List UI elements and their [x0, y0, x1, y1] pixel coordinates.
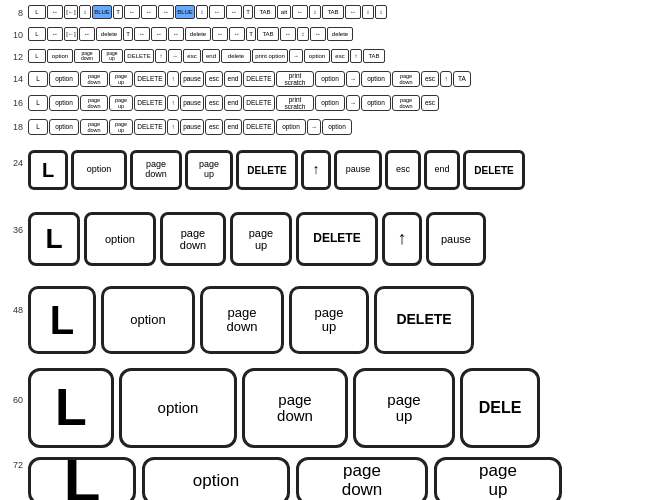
key-r8-5[interactable]: ↔ — [141, 5, 157, 19]
key-r18-pgup[interactable]: pageup — [109, 119, 133, 135]
key-r48-option[interactable]: option — [101, 286, 195, 354]
key-r14-up1[interactable]: ↑ — [167, 71, 179, 87]
key-r8-2[interactable]: [←] — [64, 5, 78, 19]
key-r36-del[interactable]: DELETE — [296, 212, 378, 266]
key-r8-3[interactable]: ↕ — [79, 5, 91, 19]
key-r14-print[interactable]: print scratch — [276, 71, 314, 87]
key-r14-pgdn2[interactable]: pagedown — [392, 71, 420, 87]
key-r18-up[interactable]: ↑ — [167, 119, 179, 135]
key-r10-del2[interactable]: delete — [185, 27, 211, 41]
key-r16-end[interactable]: end — [224, 95, 242, 111]
key-r14-up2[interactable]: ↑ — [440, 71, 452, 87]
key-r10-7[interactable]: ↔ — [212, 27, 228, 41]
key-r10-tab[interactable]: TAB — [257, 27, 279, 41]
key-r14-esc2[interactable]: esc — [421, 71, 439, 87]
key-r16-esc2[interactable]: esc — [421, 95, 439, 111]
key-r36-option[interactable]: option — [84, 212, 156, 266]
key-L-r36[interactable]: L — [28, 212, 80, 266]
key-r10-t2[interactable]: T — [246, 27, 256, 41]
key-r14-option1[interactable]: option — [49, 71, 79, 87]
key-r60-option[interactable]: option — [119, 368, 237, 448]
key-r14-arr[interactable]: → — [346, 71, 360, 87]
key-r60-pgup[interactable]: pageup — [353, 368, 455, 448]
key-r8-blue1[interactable]: BLUE — [92, 5, 112, 19]
key-r8-tab2[interactable]: TAB — [322, 5, 344, 19]
key-r14-pause1[interactable]: pause — [180, 71, 204, 87]
key-r10-9[interactable]: ↔ — [280, 27, 296, 41]
key-r8-7[interactable]: ↕ — [196, 5, 208, 19]
key-r16-option2[interactable]: option — [315, 95, 345, 111]
key-r16-pgup[interactable]: pageup — [109, 95, 133, 111]
key-r8-alt[interactable]: alt — [277, 5, 291, 19]
key-L-r10[interactable]: L — [28, 27, 46, 41]
key-r14-pgup1[interactable]: pageup — [109, 71, 133, 87]
key-r36-pgdn[interactable]: pagedown — [160, 212, 226, 266]
key-r24-end[interactable]: end — [424, 150, 460, 190]
key-r24-option[interactable]: option — [71, 150, 127, 190]
key-r16-pause[interactable]: pause — [180, 95, 204, 111]
key-r8-t2[interactable]: T — [243, 5, 253, 19]
key-r18-option1[interactable]: option — [49, 119, 79, 135]
key-r14-del1[interactable]: DELETE — [134, 71, 166, 87]
key-r24-pgdn[interactable]: pagedown — [130, 150, 182, 190]
key-r12-end1[interactable]: end — [202, 49, 220, 63]
key-r24-del2[interactable]: DELETE — [463, 150, 525, 190]
key-r8-8[interactable]: ↔ — [209, 5, 225, 19]
key-r10-4[interactable]: ↔ — [134, 27, 150, 41]
key-r8-tab1[interactable]: TAB — [254, 5, 276, 19]
key-L-r12[interactable]: L — [28, 49, 46, 63]
key-r18-pgdn[interactable]: pagedown — [80, 119, 108, 135]
key-r12-option1[interactable]: option — [47, 49, 73, 63]
key-L-r48[interactable]: L — [28, 286, 96, 354]
key-r16-print[interactable]: print scratch — [276, 95, 314, 111]
key-r16-esc1[interactable]: esc — [205, 95, 223, 111]
key-r12-esc1[interactable]: esc — [183, 49, 201, 63]
key-r36-up[interactable]: ↑ — [382, 212, 422, 266]
key-r10-del1[interactable]: delete — [96, 27, 122, 41]
key-r12-option2[interactable]: option — [304, 49, 330, 63]
key-r16-pgdn2[interactable]: pagedown — [392, 95, 420, 111]
key-r18-del2[interactable]: DELETE — [243, 119, 275, 135]
key-r14-option3[interactable]: option — [361, 71, 391, 87]
key-r36-pause[interactable]: pause — [426, 212, 486, 266]
key-r48-del[interactable]: DELETE — [374, 286, 474, 354]
key-r10-2[interactable]: [←] — [64, 27, 78, 41]
key-r8-11[interactable]: ↕ — [309, 5, 321, 19]
key-r48-pgdn[interactable]: pagedown — [200, 286, 284, 354]
key-r24-del[interactable]: DELETE — [236, 150, 298, 190]
key-r12-pgup1[interactable]: pageup — [101, 49, 123, 63]
key-r72-pgdn[interactable]: pagedown — [296, 457, 428, 500]
key-r8-6[interactable]: ↔ — [158, 5, 174, 19]
key-r72-pgup[interactable]: pageup — [434, 457, 562, 500]
key-r8-1[interactable]: ↔ — [47, 5, 63, 19]
key-r36-pgup[interactable]: pageup — [230, 212, 292, 266]
key-r16-del2[interactable]: DELETE — [243, 95, 275, 111]
key-r18-option2[interactable]: option — [276, 119, 306, 135]
key-r18-end[interactable]: end — [224, 119, 242, 135]
key-r10-6[interactable]: ↔ — [168, 27, 184, 41]
key-r8-14[interactable]: ↕ — [375, 5, 387, 19]
key-r18-arr[interactable]: → — [307, 119, 321, 135]
key-L-r72[interactable]: L — [28, 457, 136, 500]
key-r14-option2[interactable]: option — [315, 71, 345, 87]
key-r14-end1[interactable]: end — [224, 71, 242, 87]
key-r24-pause[interactable]: pause — [334, 150, 382, 190]
key-L-r14[interactable]: L — [28, 71, 48, 87]
key-r24-pgup[interactable]: pageup — [185, 150, 233, 190]
key-r16-option3[interactable]: option — [361, 95, 391, 111]
key-r16-pgdn[interactable]: pagedown — [80, 95, 108, 111]
key-L-r16[interactable]: L — [28, 95, 48, 111]
key-r10-3[interactable]: ↔ — [79, 27, 95, 41]
key-r16-del1[interactable]: DELETE — [134, 95, 166, 111]
key-r14-del2[interactable]: DELETE — [243, 71, 275, 87]
key-r10-8[interactable]: ↔ — [229, 27, 245, 41]
key-r16-arr[interactable]: → — [346, 95, 360, 111]
key-r12-del2[interactable]: delete — [221, 49, 251, 63]
key-r12-up2[interactable]: ↑ — [350, 49, 362, 63]
key-r8-13[interactable]: ↕ — [362, 5, 374, 19]
key-r18-pause[interactable]: pause — [180, 119, 204, 135]
key-r10-11[interactable]: ↔ — [310, 27, 326, 41]
key-r8-t1[interactable]: T — [113, 5, 123, 19]
key-r12-up1[interactable]: ↑ — [155, 49, 167, 63]
key-r8-4[interactable]: ↔ — [124, 5, 140, 19]
